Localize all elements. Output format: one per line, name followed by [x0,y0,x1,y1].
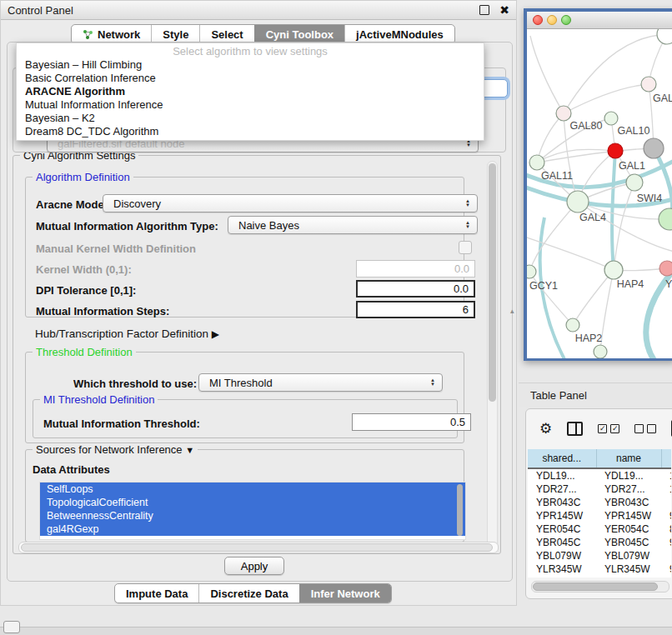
column-header-name[interactable]: name [596,449,661,468]
table-row[interactable]: YBR043CYBR043C [528,496,671,509]
mi-algorithm-type-select[interactable]: Naive Bayes ▲▼ [228,216,478,234]
algorithm-option-aracne-algorithm[interactable]: ARACNE Algorithm [17,85,484,98]
network-node-gal11[interactable] [529,155,544,170]
table-row[interactable]: YBL079WYBL079W [528,549,671,562]
collapsed-panel-icon[interactable] [3,621,20,633]
table-row[interactable]: YDL19...YDL19...13 [528,468,671,482]
dropdown-prompt: Select algorithm to view settings [17,43,484,58]
tab-infer-network[interactable]: Infer Network [299,584,391,602]
table-row[interactable]: YPR145WYPR145W9. [528,509,671,522]
mi-steps-label: Mutual Information Steps: [36,305,169,318]
manual-kernel-checkbox[interactable] [459,241,472,254]
desktop: Control Panel ✖ NetworkStyleSelectCyni T… [0,0,672,635]
aracne-mode-select[interactable]: Discovery ▲▼ [103,194,478,212]
attribute-item-betweennesscentrality[interactable]: BetweennessCentrality [40,509,465,522]
network-node-gcy1[interactable] [527,265,536,278]
algorithm-option-mutual-information-inference[interactable]: Mutual Information Inference [17,98,484,112]
panel-divider-handle[interactable]: ▴ [510,307,514,315]
algorithm-option-bayesian-hill-climbing[interactable]: Bayesian – Hill Climbing [17,58,484,72]
network-node[interactable] [657,29,672,44]
network-edge[interactable] [564,84,649,113]
network-node[interactable] [659,208,672,230]
network-edge[interactable] [529,202,578,272]
tab-network[interactable]: Network [72,25,151,43]
attribute-item-gal4rgexp[interactable]: gal4RGexp [40,522,465,536]
network-node-label: GAL1 [619,160,645,172]
which-threshold-select[interactable]: MI Threshold ▲▼ [198,373,443,392]
network-node-label: HAP2 [575,332,603,344]
zoom-traffic-light-icon[interactable] [561,15,571,25]
tab-select[interactable]: Select [199,25,253,43]
threshold-definition-group: Threshold Definition Which threshold to … [25,352,464,443]
data-attributes-list[interactable]: SelfLoopsTopologicalCoefficientBetweenne… [39,482,466,540]
window-title: Control Panel [8,4,73,17]
mi-steps-field[interactable]: 6 [356,301,475,318]
status-bar [0,627,672,635]
network-node-gal4[interactable] [567,191,589,212]
kernel-width-field[interactable]: 0.0 [356,260,475,278]
tab-impute-data[interactable]: Impute Data [115,584,198,602]
select-all-columns-icon[interactable]: ✓✓ [598,424,619,433]
network-node-swi4[interactable] [626,174,643,191]
network-node-gal[interactable] [641,77,656,92]
network-edge[interactable] [530,36,564,113]
table-row[interactable]: YIL052CYIL052C9 [528,576,671,578]
table-cell: YBR045C [528,536,596,549]
table-row[interactable]: YER054CYER054C8. [528,522,671,536]
network-view-window: GALGAL80GAL10GAL1GAL11SWI4GAL4GCY1HAP4YH… [524,8,672,361]
network-node-y[interactable] [659,261,672,276]
table-row[interactable]: YBR045CYBR045C9. [528,536,671,549]
minimize-traffic-light-icon[interactable] [547,15,557,25]
dpi-tolerance-field[interactable]: 0.0 [356,280,475,298]
network-node[interactable] [594,345,607,358]
table-row[interactable]: YDR27...YDR27...12 [528,482,671,496]
tab-cyni-toolbox[interactable]: Cyni Toolbox [254,25,344,43]
tab-style[interactable]: Style [151,25,199,43]
network-edge[interactable] [537,113,564,162]
mi-threshold-field[interactable]: 0.5 [352,413,471,431]
network-edge[interactable] [654,148,672,218]
network-edge[interactable] [600,270,614,352]
tab-discretize-data[interactable]: Discretize Data [198,584,298,602]
tab-label: Cyni Toolbox [266,28,333,41]
network-node-gal80[interactable] [556,106,571,121]
network-node-hap2[interactable] [566,318,579,332]
table-panel-card: ⚙ ✓✓ shared...nameA YDL19...YDL19...13YD… [525,408,672,599]
attributes-scrollbar[interactable] [456,484,464,536]
table-cell: YDL19... [596,468,661,482]
mi-threshold-label: Mutual Information Threshold: [43,418,200,430]
table-cell: YBR045C [596,536,661,549]
algorithm-option-basic-correlation-inference[interactable]: Basic Correlation Inference [17,72,484,85]
table-panel-title: Table Panel [530,389,587,402]
network-edge[interactable] [564,34,667,113]
attribute-item-selfloops[interactable]: SelfLoops [40,482,465,496]
deselect-all-columns-icon[interactable] [634,424,656,433]
attribute-item-topologicalcoefficient[interactable]: TopologicalCoefficient [40,496,465,509]
tab-label: Infer Network [311,588,380,600]
close-icon[interactable]: ✖ [499,6,509,14]
tab-jactivemnodules[interactable]: jActiveMNodules [344,25,454,43]
network-canvas[interactable]: GALGAL80GAL10GAL1GAL11SWI4GAL4GCY1HAP4YH… [527,29,672,358]
network-node-hap4[interactable] [604,261,623,279]
network-edge[interactable] [573,270,614,325]
network-node-gal1[interactable] [608,143,623,158]
float-window-icon[interactable] [479,5,489,15]
settings-hscrollbar[interactable] [18,542,499,553]
network-edge[interactable] [612,151,615,270]
gear-icon[interactable]: ⚙ [539,422,552,436]
network-node[interactable] [644,138,664,158]
close-traffic-light-icon[interactable] [533,15,543,25]
split-columns-icon[interactable] [567,422,583,436]
settings-scrollbar[interactable] [487,161,498,551]
table-hscrollbar[interactable] [531,581,669,592]
column-header-shared[interactable]: shared... [528,449,596,468]
table-row[interactable]: YLR345WYLR345W9. [528,562,671,576]
network-node-gal10[interactable] [604,112,618,125]
apply-button[interactable]: Apply [224,557,284,575]
table-toolbar: ⚙ ✓✓ [526,409,672,448]
algorithm-option-bayesian-k2[interactable]: Bayesian – K2 [17,112,484,125]
sources-toggle[interactable]: Sources for Network Inference ▼ [33,443,198,456]
hub-section-toggle[interactable]: Hub/Transcription Factor Definition ▶ [35,328,219,340]
column-header-a[interactable]: A [661,449,671,468]
algorithm-option-dream8-dc-tdc-algorithm[interactable]: Dream8 DC_TDC Algorithm [17,125,484,138]
